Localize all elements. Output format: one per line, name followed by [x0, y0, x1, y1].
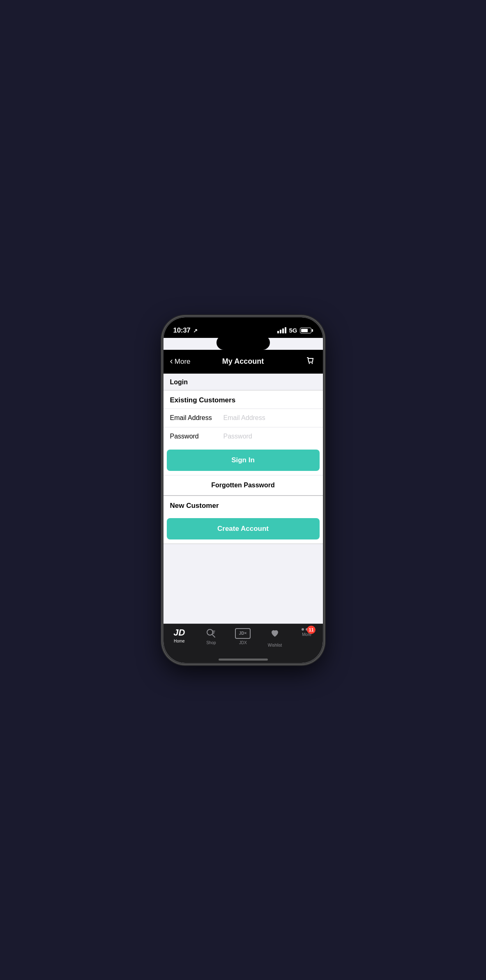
new-customer-section: New Customer Create Account [164, 496, 323, 544]
existing-customers-section: Existing Customers Email Address Passwor… [164, 390, 323, 496]
tab-wishlist-label: Wishlist [268, 643, 282, 647]
tab-home[interactable]: JD Home [167, 628, 191, 643]
svg-point-0 [309, 363, 310, 364]
tab-shop-label: Shop [206, 640, 216, 645]
login-header-text: Login [170, 379, 188, 386]
password-label: Password [170, 433, 223, 440]
phone-device: 10:37 ↗ 5G ‹ More [163, 317, 323, 663]
phone-screen: 10:37 ↗ 5G ‹ More [164, 317, 323, 663]
tab-bar: JD Home Shop JD [164, 624, 323, 660]
forgotten-password-button[interactable]: Forgotten Password [164, 475, 323, 495]
sign-in-button[interactable]: Sign In [167, 450, 320, 471]
location-arrow-icon: ↗ [193, 328, 198, 334]
existing-customers-title: Existing Customers [170, 396, 236, 404]
home-indicator [164, 660, 323, 663]
jd-logo-icon: JD [173, 628, 185, 637]
more-badge: 11 [307, 626, 315, 634]
main-content: Login Existing Customers Email Address P… [164, 374, 323, 624]
network-type: 5G [289, 327, 297, 334]
email-row: Email Address [164, 409, 323, 427]
tab-home-label: Home [174, 639, 185, 643]
svg-point-1 [311, 363, 313, 364]
status-indicators: 5G [277, 327, 313, 334]
cart-button[interactable] [305, 355, 316, 368]
tab-wishlist[interactable]: Wishlist [263, 628, 287, 647]
jdx-x-label: ✕ [244, 631, 247, 635]
tab-shop[interactable]: Shop [199, 628, 223, 645]
heart-icon [269, 628, 280, 641]
email-input[interactable] [223, 414, 316, 422]
tab-jdx[interactable]: JD ✕ JDX [230, 628, 255, 645]
page-title: My Account [222, 357, 264, 366]
existing-customers-title-row: Existing Customers [164, 390, 323, 409]
status-bar: 10:37 ↗ 5G [164, 317, 323, 338]
password-row: Password [164, 427, 323, 445]
login-section-header: Login [164, 374, 323, 390]
jdx-badge-icon: JD ✕ [235, 628, 251, 639]
jdx-label: JD [239, 631, 244, 636]
empty-content-area [164, 544, 323, 624]
navigation-bar: ‹ More My Account [164, 350, 323, 374]
shop-search-icon [206, 628, 217, 639]
password-input[interactable] [223, 433, 316, 440]
cart-icon [305, 355, 316, 367]
battery-icon [300, 328, 313, 333]
search-with-lines-icon [206, 628, 217, 639]
new-customer-title: New Customer [164, 496, 323, 514]
back-button[interactable]: ‹ More [170, 358, 191, 366]
chevron-left-icon: ‹ [170, 357, 173, 366]
email-label: Email Address [170, 414, 223, 422]
status-time: 10:37 ↗ [173, 326, 198, 335]
tab-jdx-label: JDX [239, 640, 247, 645]
tab-more[interactable]: 11 More [295, 628, 319, 637]
heart-svg-icon [269, 628, 280, 639]
svg-line-3 [212, 634, 215, 637]
back-label: More [175, 358, 191, 366]
home-bar [219, 659, 268, 661]
signal-bars-icon [277, 327, 286, 333]
create-account-button[interactable]: Create Account [167, 518, 320, 539]
dynamic-island [217, 335, 270, 350]
